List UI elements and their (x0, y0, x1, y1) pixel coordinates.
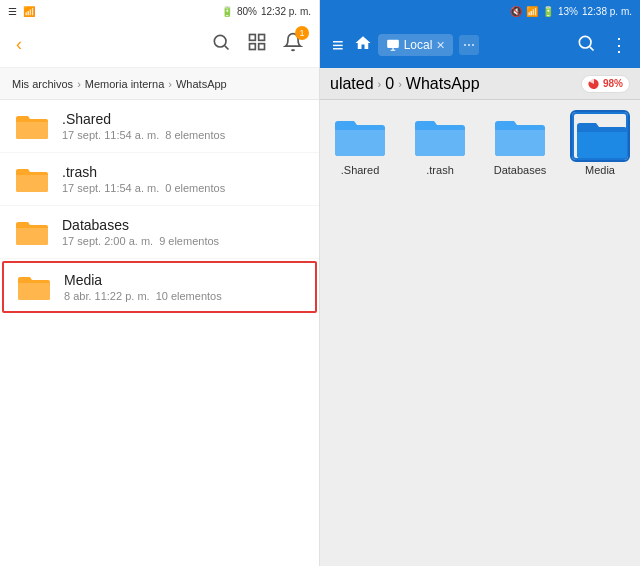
left-toolbar: ‹ 1 (0, 22, 319, 68)
file-meta-databases: 17 sept. 2:00 a. m. 9 elementos (62, 235, 305, 247)
grid-item-shared[interactable]: .Shared (328, 112, 392, 176)
file-info-media: Media 8 abr. 11:22 p. m. 10 elementos (64, 272, 303, 302)
left-panel: ☰ 📶 🔋 80% 12:32 p. m. ‹ 1 (0, 0, 320, 566)
grid-button[interactable] (243, 28, 271, 61)
file-date-trash: 17 sept. 11:54 a. m. (62, 182, 159, 194)
battery-right-icon: 🔋 (542, 6, 554, 17)
breadcrumb-mis-archivos[interactable]: Mis archivos (12, 78, 73, 90)
right-search-button[interactable] (572, 29, 600, 62)
file-meta-shared: 17 sept. 11:54 a. m. 8 elementos (62, 129, 305, 141)
file-meta-media: 8 abr. 11:22 p. m. 10 elementos (64, 290, 303, 302)
file-info-trash: .trash 17 sept. 11:54 a. m. 0 elementos (62, 164, 305, 194)
file-count-shared: 8 elementos (165, 129, 225, 141)
rb-whatsapp: WhatsApp (406, 75, 480, 93)
notification-badge: 1 (295, 26, 309, 40)
file-date-media: 8 abr. 11:22 p. m. (64, 290, 150, 302)
grid-label-media: Media (585, 164, 615, 176)
file-count-media: 10 elementos (156, 290, 222, 302)
grid-folder-icon-media (572, 112, 628, 160)
right-status-bar: 🔇 📶 🔋 13% 12:38 p. m. (320, 0, 640, 22)
tab-local-label: Local (404, 38, 433, 52)
file-name-databases: Databases (62, 217, 305, 233)
file-name-trash: .trash (62, 164, 305, 180)
folder-icon-trash (14, 163, 50, 195)
notification-button[interactable]: 1 (279, 28, 307, 61)
file-date-databases: 17 sept. 2:00 a. m. (62, 235, 153, 247)
folder-icon-shared (14, 110, 50, 142)
folder-grid: .Shared .trash Databases (320, 100, 640, 566)
tab-local[interactable]: Local ✕ (378, 34, 454, 56)
battery-icon: 🔋 (221, 6, 233, 17)
left-status-left-icons: ☰ 📶 (8, 6, 35, 17)
grid-item-trash[interactable]: .trash (408, 112, 472, 176)
breadcrumb-memoria-interna[interactable]: Memoria interna (85, 78, 164, 90)
svg-line-1 (225, 46, 229, 50)
right-panel: 🔇 📶 🔋 13% 12:38 p. m. ≡ Local ✕ ⋯ ⋮ ulat… (320, 0, 640, 566)
svg-rect-4 (250, 44, 256, 50)
grid-label-trash: .trash (426, 164, 454, 176)
mute-icon: 🔇 (510, 6, 522, 17)
left-status-right: 🔋 80% 12:32 p. m. (221, 6, 311, 17)
battery-right-pct: 13% (558, 6, 578, 17)
grid-folder-icon-trash (412, 112, 468, 160)
grid-folder-icon-databases (492, 112, 548, 160)
file-count-databases: 9 elementos (159, 235, 219, 247)
grid-label-databases: Databases (494, 164, 547, 176)
folder-icon-media (16, 271, 52, 303)
folder-icon-databases (14, 216, 50, 248)
back-button[interactable]: ‹ (12, 30, 26, 59)
grid-item-databases[interactable]: Databases (488, 112, 552, 176)
rb-sep1: › (378, 78, 382, 90)
grid-item-media[interactable]: Media (568, 112, 632, 176)
file-item-trash[interactable]: .trash 17 sept. 11:54 a. m. 0 elementos (0, 153, 319, 206)
svg-rect-3 (259, 35, 265, 41)
tab-close-button[interactable]: ✕ (436, 39, 445, 52)
svg-line-8 (590, 46, 594, 50)
more-options-button[interactable]: ⋮ (606, 30, 632, 60)
file-name-media: Media (64, 272, 303, 288)
menu-button[interactable]: ≡ (328, 30, 348, 61)
time-left: 12:32 p. m. (261, 6, 311, 17)
rb-sep2: › (398, 78, 402, 90)
svg-point-0 (214, 35, 226, 47)
file-date-shared: 17 sept. 11:54 a. m. (62, 129, 159, 141)
svg-rect-6 (387, 40, 399, 48)
right-breadcrumb: ulated › 0 › WhatsApp 98% (320, 68, 640, 100)
file-item-shared[interactable]: .Shared 17 sept. 11:54 a. m. 8 elementos (0, 100, 319, 153)
grid-label-shared: .Shared (341, 164, 380, 176)
svg-point-7 (579, 36, 591, 48)
breadcrumb: Mis archivos › Memoria interna › WhatsAp… (0, 68, 319, 100)
breadcrumb-whatsapp[interactable]: WhatsApp (176, 78, 227, 90)
storage-pie-icon (588, 78, 600, 90)
storage-badge: 98% (581, 75, 630, 93)
breadcrumb-sep-1: › (77, 78, 81, 90)
home-button[interactable] (354, 34, 372, 56)
time-right: 12:38 p. m. (582, 6, 632, 17)
file-name-shared: .Shared (62, 111, 305, 127)
grid-folder-icon-shared (332, 112, 388, 160)
battery-pct: 80% (237, 6, 257, 17)
file-meta-trash: 17 sept. 11:54 a. m. 0 elementos (62, 182, 305, 194)
svg-rect-2 (250, 35, 256, 41)
file-count-trash: 0 elementos (165, 182, 225, 194)
rb-emulated: ulated (330, 75, 374, 93)
rb-zero: 0 (385, 75, 394, 93)
right-toolbar: ≡ Local ✕ ⋯ ⋮ (320, 22, 640, 68)
tab-menu-button[interactable]: ⋯ (459, 35, 479, 55)
signal-icon: 📶 (526, 6, 538, 17)
file-list: .Shared 17 sept. 11:54 a. m. 8 elementos… (0, 100, 319, 566)
search-button[interactable] (207, 28, 235, 61)
file-item-databases[interactable]: Databases 17 sept. 2:00 a. m. 9 elemento… (0, 206, 319, 259)
file-item-media[interactable]: Media 8 abr. 11:22 p. m. 10 elementos (2, 261, 317, 313)
file-info-databases: Databases 17 sept. 2:00 a. m. 9 elemento… (62, 217, 305, 247)
breadcrumb-sep-2: › (168, 78, 172, 90)
left-status-bar: ☰ 📶 🔋 80% 12:32 p. m. (0, 0, 319, 22)
storage-pct: 98% (603, 78, 623, 89)
svg-rect-5 (259, 44, 265, 50)
file-info-shared: .Shared 17 sept. 11:54 a. m. 8 elementos (62, 111, 305, 141)
